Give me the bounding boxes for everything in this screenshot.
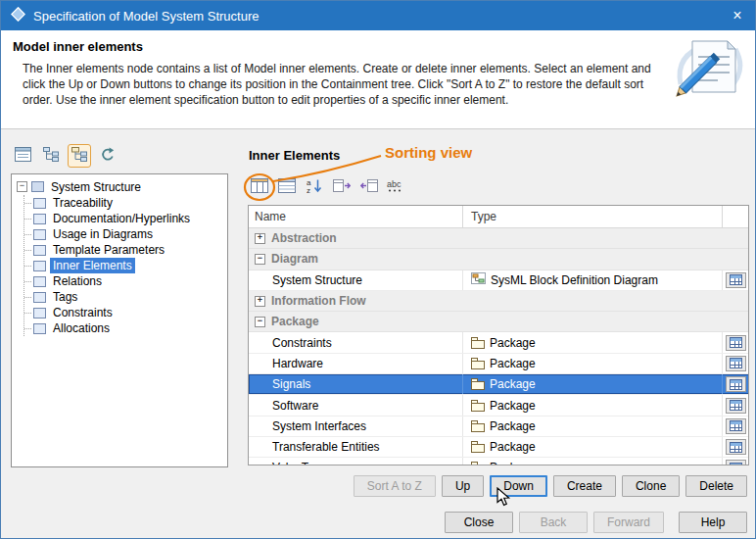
package-icon (471, 444, 485, 453)
row-specification-button[interactable] (726, 460, 746, 466)
sorting-view-button[interactable] (248, 176, 270, 198)
package-icon (471, 381, 485, 390)
row-specification-button[interactable] (726, 376, 746, 392)
tree-root-system-structure[interactable]: − System Structure (14, 178, 225, 195)
table-icon (730, 442, 742, 453)
table-view-button[interactable] (275, 176, 298, 198)
row-name: Software (272, 399, 318, 413)
type-cell: Package (462, 354, 722, 373)
row-specification-button[interactable] (726, 272, 746, 288)
row-type: SysML Block Definition Diagram (491, 273, 658, 287)
table-row-hardware[interactable]: Hardware Package (249, 354, 748, 374)
tree-item-usage-in-diagrams[interactable]: Usage in Diagrams (24, 226, 225, 242)
name-cell: System Structure (249, 270, 462, 290)
tree-item-constraints[interactable]: Constraints (24, 305, 225, 320)
abc-ellipsis-button[interactable]: abc (385, 176, 407, 198)
back-button[interactable]: Back (519, 512, 588, 533)
containment-view-icon (71, 147, 87, 165)
clone-button[interactable]: Clone (622, 475, 680, 497)
type-cell: Package (462, 458, 722, 466)
tree-item-label: Inner Elements (50, 258, 135, 273)
row-specification-button[interactable] (726, 398, 746, 414)
name-cell: Constraints (249, 332, 462, 352)
forward-button[interactable]: Forward (593, 512, 664, 533)
spec-cell (722, 437, 748, 457)
table-icon (730, 358, 742, 368)
package-icon (471, 423, 485, 432)
table-icon (730, 379, 742, 390)
type-cell: Package (462, 374, 722, 394)
create-button[interactable]: Create (553, 475, 616, 497)
group-label: Information Flow (271, 294, 366, 308)
model-icon (31, 181, 44, 192)
up-button[interactable]: Up (442, 475, 484, 497)
spec-cell (722, 395, 748, 415)
table-row-transferable-entities[interactable]: Transferable Entities Package (249, 437, 748, 458)
package-icon (471, 361, 485, 369)
sort-az-button[interactable]: az (303, 176, 325, 198)
table-row-system-structure[interactable]: System Structure SysML Block Definition … (249, 270, 748, 291)
help-button[interactable]: Help (679, 512, 747, 533)
collapse-nested-button[interactable] (357, 176, 380, 198)
tree-item-relations[interactable]: Relations (24, 273, 225, 289)
tree-item-traceability[interactable]: Traceability (24, 195, 225, 211)
group-label: Abstraction (271, 231, 337, 245)
tree-item-template-parameters[interactable]: Template Parameters (24, 242, 225, 258)
collapse-nested-icon (360, 178, 378, 196)
tree-view-button[interactable] (39, 144, 63, 168)
sort-a-to-z-button[interactable]: Sort A to Z (354, 475, 436, 497)
view-toolbar (11, 144, 119, 168)
tree-item-documentation-hyperlinks[interactable]: Documentation/Hyperlinks (24, 211, 225, 226)
specification-dialog: Specification of Model System Structure … (0, 0, 756, 539)
table-row-system-interfaces[interactable]: System Interfaces Package (249, 416, 748, 437)
group-label: Package (271, 315, 319, 328)
group-row-abstraction[interactable]: + Abstraction (249, 228, 748, 249)
row-specification-button[interactable] (726, 356, 746, 371)
element-icon (33, 214, 46, 224)
expand-icon[interactable]: + (255, 296, 265, 307)
expand-icon[interactable]: + (255, 233, 265, 244)
column-header-name[interactable]: Name (249, 206, 462, 227)
tree-item-label: Tags (50, 289, 80, 305)
spec-cell (722, 270, 748, 290)
close-button[interactable]: Close (445, 512, 513, 533)
row-specification-button[interactable] (726, 418, 746, 434)
delete-button[interactable]: Delete (685, 475, 747, 497)
tree-item-allocations[interactable]: Allocations (24, 320, 225, 336)
row-specification-button[interactable] (726, 439, 746, 455)
dialog-header: Model inner elements The Inner elements … (1, 30, 755, 129)
tree-item-tags[interactable]: Tags (24, 289, 225, 305)
bdd-diagram-icon (471, 272, 486, 287)
expand-nested-button[interactable] (330, 176, 353, 198)
element-icon (33, 261, 46, 271)
footer-button-row: Close Back Forward Help (445, 512, 747, 533)
table-header: Name Type (249, 206, 748, 228)
down-button[interactable]: Down (490, 475, 547, 497)
form-view-button[interactable] (11, 144, 34, 168)
type-cell: Package (462, 416, 722, 436)
sorting-view-icon (251, 178, 268, 196)
group-row-package[interactable]: − Package (249, 312, 748, 332)
group-row-information-flow[interactable]: + Information Flow (249, 291, 748, 312)
row-name: Signals (272, 377, 310, 391)
spec-cell (722, 416, 748, 436)
row-type: Package (490, 461, 536, 466)
tree-expander-icon[interactable]: − (17, 181, 27, 192)
table-row-valuetypes[interactable]: ValueTypes Package (249, 458, 748, 466)
collapse-icon[interactable]: − (255, 254, 265, 265)
window-title: Specification of Model System Structure (33, 9, 720, 24)
row-specification-button[interactable] (726, 335, 746, 351)
collapse-icon[interactable]: − (255, 317, 265, 327)
containment-view-button[interactable] (68, 144, 91, 168)
table-row-software[interactable]: Software Package (249, 395, 748, 416)
element-icon (33, 229, 46, 240)
table-row-constraints[interactable]: Constraints Package (249, 332, 748, 353)
tree-item-inner-elements[interactable]: Inner Elements (24, 258, 225, 273)
row-type: Package (490, 377, 536, 391)
group-row-diagram[interactable]: − Diagram (249, 249, 748, 270)
close-icon[interactable]: × (720, 1, 755, 30)
column-header-type[interactable]: Type (462, 206, 722, 227)
table-row-signals[interactable]: Signals Package (249, 374, 748, 395)
row-name: ValueTypes (272, 461, 333, 466)
refresh-button[interactable] (96, 144, 119, 168)
